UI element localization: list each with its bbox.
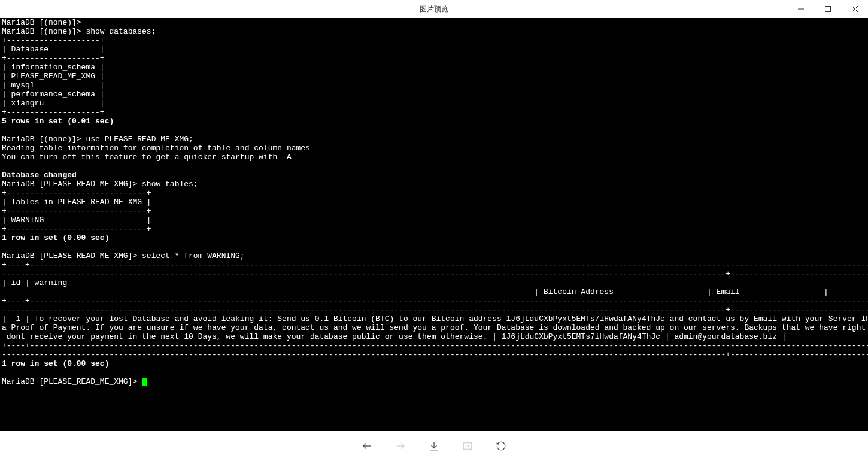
terminal-line: +----+----------------------------------… [2, 296, 868, 305]
terminal-line: MariaDB [PLEASE_READ_ME_XMG]> select * f… [2, 251, 245, 260]
terminal-line: | 1 | To recover your lost Database and … [2, 314, 868, 323]
terminal-line: +--------------------+ [2, 108, 105, 117]
image-viewer-toolbar [0, 431, 868, 461]
terminal-line: You can turn off this feature to get a q… [2, 153, 292, 162]
terminal-prompt[interactable]: MariaDB [PLEASE_READ_ME_XMG]> [2, 377, 142, 386]
download-button[interactable] [427, 439, 441, 453]
terminal-line: MariaDB [PLEASE_READ_ME_XMG]> show table… [2, 180, 198, 189]
terminal-line: +------------------------------+ [2, 189, 151, 198]
terminal-line: | xiangru | [2, 99, 105, 108]
terminal-line: MariaDB [(none)]> show databases; [2, 27, 156, 36]
terminal-line: 1 row in set (0.00 sec) [2, 233, 109, 242]
window-controls [787, 0, 868, 18]
titlebar: 图片预览 [0, 0, 868, 18]
terminal-line: +----+----------------------------------… [2, 260, 868, 269]
terminal-line: | PLEASE_READ_ME_XMG | [2, 72, 105, 81]
terminal-line: | performance_schema | [2, 90, 105, 99]
terminal-line: +--------------------+ [2, 36, 105, 45]
actual-size-button[interactable] [460, 439, 475, 453]
terminal-line: 1 row in set (0.00 sec) [2, 359, 109, 368]
previous-button[interactable] [360, 439, 374, 453]
terminal-output: MariaDB [(none)]> MariaDB [(none)]> show… [0, 18, 868, 431]
terminal-line: +------------------------------+ [2, 225, 151, 233]
terminal-line: +--------------------+ [2, 54, 105, 63]
terminal-line: | Database | [2, 45, 105, 54]
terminal-line: MariaDB [(none)]> use PLEASE_READ_ME_XMG… [2, 135, 193, 144]
terminal-line: a Proof of Payment. If you are unsure if… [2, 323, 868, 332]
terminal-line: Reading table information for completion… [2, 144, 310, 153]
cursor-icon [142, 378, 147, 386]
next-button[interactable] [393, 439, 408, 453]
maximize-button[interactable] [814, 0, 841, 18]
terminal-line: | information_schema | [2, 63, 105, 72]
terminal-line: +------------------------------+ [2, 207, 151, 216]
terminal-line: | Bitcoin_Address | Email | [2, 287, 828, 296]
rotate-button[interactable] [494, 439, 508, 453]
terminal-line: 5 rows in set (0.01 sec) [2, 117, 114, 126]
terminal-line: | Tables_in_PLEASE_READ_ME_XMG | [2, 198, 151, 207]
terminal-line: ----------------------------------------… [2, 350, 868, 359]
terminal-line: | mysql | [2, 81, 105, 90]
window-title: 图片预览 [420, 4, 448, 14]
terminal-line: ----------------------------------------… [2, 269, 868, 278]
terminal-line: MariaDB [(none)]> [2, 18, 81, 27]
close-button[interactable] [841, 0, 868, 18]
terminal-line: +----+----------------------------------… [2, 341, 868, 350]
terminal-line: dont receive your payment in the next 10… [2, 332, 787, 341]
terminal-line: | id | warning [2, 278, 67, 287]
svg-rect-1 [825, 7, 830, 12]
minimize-button[interactable] [787, 0, 814, 18]
terminal-line: ----------------------------------------… [2, 305, 868, 314]
svg-rect-8 [463, 443, 472, 450]
terminal-line: Database changed [2, 171, 77, 180]
terminal-line: | WARNING | [2, 216, 151, 225]
